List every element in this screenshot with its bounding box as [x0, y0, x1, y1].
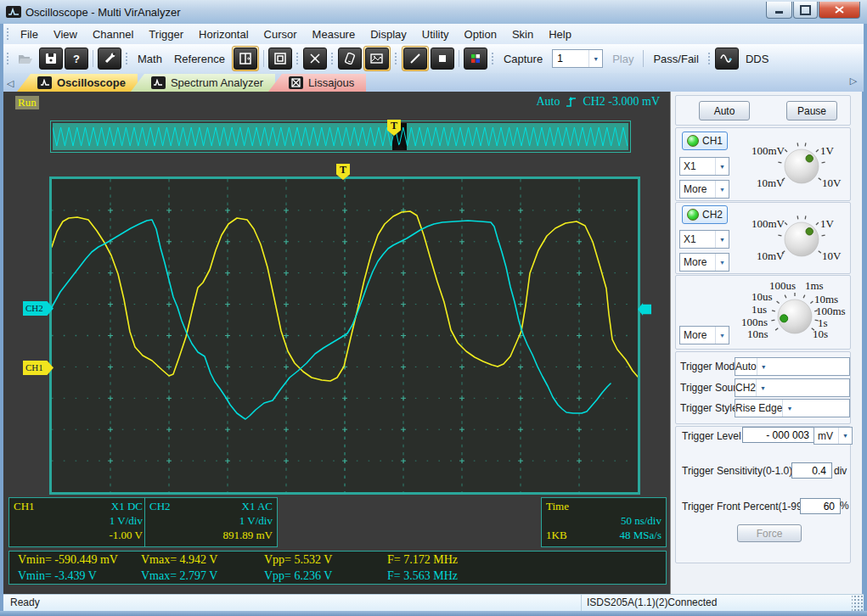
ch2-enable-button[interactable]: CH2	[682, 205, 728, 224]
ch2-on-led-icon	[687, 209, 699, 221]
ch1-zero-level-marker[interactable]: CH1	[23, 361, 53, 375]
time-title: Time	[546, 499, 569, 513]
color-settings-button[interactable]	[464, 48, 487, 70]
save-button[interactable]	[39, 48, 63, 70]
close-button[interactable]	[819, 2, 860, 19]
menu-channel[interactable]: Channel	[85, 25, 141, 43]
toolbar-separator	[459, 50, 459, 67]
device-connection-status: ISDS205A(1.1)(2)Connected	[581, 595, 852, 612]
tab-lissajous[interactable]: Lissajous	[268, 74, 366, 92]
full-frame-button[interactable]	[268, 48, 292, 70]
ch2-zero-level-marker[interactable]: CH2	[23, 301, 53, 316]
timebase-more-select[interactable]: More ▼	[679, 326, 729, 344]
line-draw-button[interactable]	[403, 48, 427, 70]
tools-button[interactable]	[98, 48, 121, 70]
split-view-button[interactable]	[234, 48, 257, 70]
maximize-button[interactable]	[793, 2, 818, 19]
knob-indicator-dot	[780, 315, 788, 322]
ch2-knob-label-10mv: 10mV	[757, 249, 785, 263]
wrench-icon	[104, 53, 115, 64]
menu-skin[interactable]: Skin	[504, 25, 541, 43]
measurement-panel: Vmin= -590.449 mV Vmax= 4.942 V Vpp= 5.5…	[8, 551, 667, 585]
split-view-icon	[239, 53, 251, 64]
chevron-down-icon: ▼	[838, 428, 852, 444]
stop-button[interactable]	[431, 48, 454, 70]
ch2-name: CH2	[149, 499, 171, 513]
menu-cursor[interactable]: Cursor	[256, 25, 305, 43]
tab-scroll-right[interactable]: ▷	[847, 76, 860, 89]
menu-bar: File View Channel Trigger Horizontal Cur…	[3, 24, 864, 45]
trigger-front-input[interactable]	[800, 498, 841, 514]
chevron-down-icon: ▼	[715, 181, 729, 198]
rising-edge-icon	[566, 96, 577, 108]
reference-button[interactable]: Reference	[168, 53, 231, 65]
auto-button[interactable]: Auto	[699, 101, 750, 120]
ch2-probe-select[interactable]: X1 ▼	[679, 230, 729, 249]
tab-oscilloscope[interactable]: Oscilloscope	[17, 74, 138, 92]
menu-measure[interactable]: Measure	[305, 25, 363, 43]
menu-utility[interactable]: Utility	[414, 25, 457, 43]
scope-display-area: Run Auto CH2 -3.000 mV T T CH2 CH1 CH1X1…	[3, 92, 670, 594]
time-label-1us: 1us	[752, 303, 767, 316]
chevron-down-icon: ▼	[756, 379, 769, 396]
menu-view[interactable]: View	[46, 25, 85, 43]
capture-count-select[interactable]: 1 ▼	[552, 49, 603, 68]
autoset-button[interactable]	[303, 48, 327, 70]
frame-icon	[274, 53, 286, 64]
ch1-on-led-icon	[687, 135, 699, 147]
minimize-button[interactable]	[766, 2, 792, 19]
menu-file[interactable]: File	[13, 25, 46, 43]
menu-display[interactable]: Display	[363, 25, 414, 43]
tab-scroll-left[interactable]: ◁	[3, 78, 17, 92]
device-button[interactable]	[338, 48, 362, 70]
ch1-more-select[interactable]: More ▼	[679, 180, 729, 199]
trigger-sensitivity-unit: div	[834, 465, 847, 477]
ch1-vmax: Vmax= 4.942 V	[141, 552, 264, 568]
trigger-level-unit-select[interactable]: mV ▼	[814, 427, 853, 445]
menu-trigger[interactable]: Trigger	[141, 25, 191, 43]
trigger-status-readout: Auto CH2 -3.000 mV	[536, 95, 660, 109]
trigger-front-unit: %	[840, 500, 849, 512]
trigger-level-input[interactable]	[742, 427, 815, 443]
ch1-probe-select[interactable]: X1 ▼	[679, 157, 729, 176]
menu-option[interactable]: Option	[457, 25, 504, 43]
ch1-button-label: CH1	[702, 135, 723, 147]
trigger-style-select[interactable]: Rise Edge ▼	[735, 399, 850, 417]
pause-button[interactable]: Pause	[786, 101, 837, 120]
ch1-enable-button[interactable]: CH1	[682, 132, 728, 150]
trigger-sensitivity-input[interactable]	[791, 462, 832, 479]
ch1-vpp: Vpp= 5.532 V	[264, 552, 387, 568]
dds-button[interactable]	[715, 48, 739, 70]
toolbar-grip	[491, 52, 495, 65]
tab-spectrum-analyzer[interactable]: Spectrum Analyzer	[131, 74, 275, 92]
waveform-plot	[49, 176, 640, 495]
ch2-offset: 891.89 mV	[223, 528, 273, 542]
ch2-vpp: Vpp= 6.236 V	[264, 568, 387, 584]
knob-indicator-dot	[806, 155, 813, 162]
toolbar-grip	[6, 52, 10, 65]
math-button[interactable]: Math	[132, 53, 168, 65]
overview-waveform	[53, 123, 628, 150]
open-folder-icon	[18, 53, 33, 64]
screenshot-button[interactable]	[365, 48, 389, 70]
force-button[interactable]: Force	[737, 524, 802, 542]
chevron-down-icon: ▼	[757, 358, 770, 375]
help-button[interactable]: ?	[65, 48, 88, 70]
resize-grip[interactable]	[852, 595, 864, 612]
ch2-freq: F= 3.563 MHz	[387, 568, 510, 584]
trigger-mode-select[interactable]: Auto ▼	[735, 357, 850, 376]
chevron-down-icon: ▼	[715, 158, 729, 175]
ch2-button-label: CH2	[702, 209, 723, 221]
oscilloscope-tab-icon	[37, 76, 52, 89]
pass-fail-button[interactable]: Pass/Fail	[647, 53, 704, 65]
trigger-mode-text: Auto	[536, 95, 560, 109]
dds-label[interactable]: DDS	[740, 53, 774, 65]
play-button[interactable]: Play	[606, 53, 639, 65]
save-icon	[45, 53, 57, 64]
open-file-button[interactable]	[14, 48, 37, 70]
trigger-source-select[interactable]: CH2 ▼	[735, 378, 850, 397]
menu-help[interactable]: Help	[541, 25, 579, 43]
ch2-more-select[interactable]: More ▼	[679, 253, 729, 272]
menu-horizontal[interactable]: Horizontal	[191, 25, 256, 43]
window-title: Oscilloscope - Multi VirAnalyzer	[25, 6, 181, 19]
